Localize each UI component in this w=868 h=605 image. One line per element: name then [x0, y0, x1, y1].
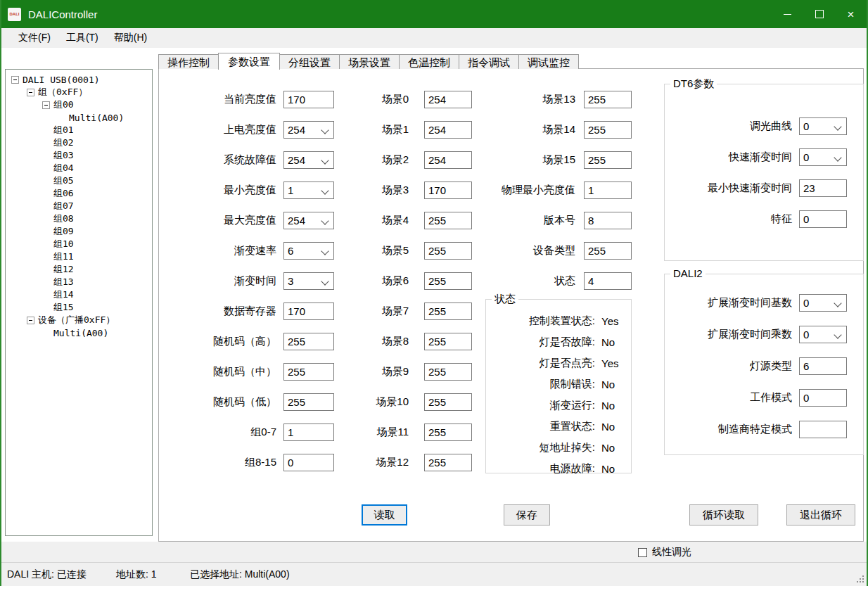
tab-parameter-settings[interactable]: 参数设置 — [218, 53, 280, 70]
tab-debug-monitor[interactable]: 调试监控 — [518, 54, 579, 69]
input-scene-6[interactable] — [424, 272, 472, 290]
combo-dimming-curve[interactable]: 0 — [799, 117, 847, 135]
tree-item[interactable]: 组04 — [6, 162, 152, 174]
tree-item[interactable]: 组11 — [6, 250, 152, 263]
tree-expand-toggle[interactable] — [27, 317, 34, 324]
tree-expand-toggle[interactable] — [42, 101, 50, 109]
tree-item-label: DALI USB(0001) — [23, 75, 100, 85]
input-scene-5[interactable] — [424, 242, 472, 260]
input-version[interactable] — [584, 212, 632, 229]
input-scene-7[interactable] — [424, 302, 472, 320]
loop-read-button[interactable]: 循环读取 — [689, 504, 758, 526]
input-random-high[interactable] — [283, 333, 334, 350]
input-random-mid[interactable] — [283, 363, 334, 381]
combo-fade-time[interactable]: 3 — [283, 272, 334, 290]
tree-item[interactable]: 组06 — [6, 187, 152, 200]
tab-color-temp-control[interactable]: 色温控制 — [399, 54, 459, 69]
minimize-button[interactable] — [772, 0, 803, 28]
field-row-manufacturer-mode: 制造商特定模式 — [665, 421, 863, 438]
combo-ext-fade-multiplier[interactable]: 0 — [799, 326, 847, 343]
chevron-down-icon — [321, 277, 328, 285]
input-scene-8[interactable] — [424, 333, 472, 350]
tree-item[interactable]: 组14 — [6, 288, 152, 301]
tree-item[interactable]: Multi(A00) — [6, 111, 152, 124]
field-label-data-register: 数据寄存器 — [160, 305, 276, 318]
status-rows: 控制装置状态:Yes灯是否故障:No灯是否点亮:Yes限制错误:No渐变运行:N… — [486, 300, 631, 476]
combo-ext-fade-base[interactable]: 0 — [799, 294, 847, 312]
dali2-groupbox: DALI2 扩展渐变时间基数0扩展渐变时间乘数0灯源类型工作模式制造商特定模式 — [664, 274, 864, 455]
input-features[interactable] — [799, 210, 847, 228]
linear-dimming-checkbox[interactable]: 线性调光 — [638, 546, 691, 559]
read-button[interactable]: 读取 — [362, 504, 407, 526]
input-device-type[interactable] — [584, 242, 632, 260]
tree-item[interactable]: 组05 — [6, 174, 152, 187]
exit-loop-button[interactable]: 退出循环 — [786, 504, 855, 526]
input-status-value[interactable] — [584, 272, 632, 290]
tree-item[interactable]: 组（0xFF） — [6, 86, 152, 98]
input-scene-13[interactable] — [584, 91, 632, 108]
status-row-power-failure: 电源故障:No — [486, 461, 631, 476]
menu-item-help[interactable]: 帮助(H) — [106, 28, 155, 48]
menu-item-file[interactable]: 文件(F) — [11, 28, 58, 48]
tree-item[interactable]: DALI USB(0001) — [6, 73, 152, 86]
save-button[interactable]: 保存 — [504, 504, 550, 526]
tree-item[interactable]: 设备（广播0xFF） — [6, 314, 152, 326]
close-button[interactable]: × — [835, 0, 867, 28]
tab-operation-control[interactable]: 操作控制 — [158, 54, 219, 69]
input-min-fast-fade-time[interactable] — [799, 179, 847, 197]
combo-max-level[interactable]: 254 — [283, 212, 334, 229]
field-row-min-level: 最小亮度值1 — [160, 182, 334, 199]
input-scene-2[interactable] — [424, 151, 472, 169]
input-scene-3[interactable] — [424, 182, 472, 199]
field-label-scene-15: 场景15 — [480, 153, 575, 167]
tree-item[interactable]: 组12 — [6, 263, 152, 276]
tab-group-settings[interactable]: 分组设置 — [279, 54, 340, 69]
tree-item[interactable]: 组01 — [6, 124, 152, 136]
tree-item[interactable]: 组03 — [6, 149, 152, 162]
input-data-register[interactable] — [283, 302, 334, 320]
input-current-level[interactable] — [283, 91, 334, 108]
maximize-button[interactable] — [803, 0, 835, 28]
tab-command-debug[interactable]: 指令调试 — [459, 54, 519, 69]
input-scene-0[interactable] — [424, 91, 472, 108]
input-scene-12[interactable] — [424, 454, 472, 471]
input-scene-4[interactable] — [424, 212, 472, 229]
input-scene-1[interactable] — [424, 121, 472, 139]
tree-item[interactable]: 组07 — [6, 200, 152, 212]
input-manufacturer-mode[interactable] — [799, 421, 847, 438]
input-scene-9[interactable] — [424, 363, 472, 381]
input-light-source-type[interactable] — [799, 357, 847, 375]
tree-item[interactable]: 组09 — [6, 225, 152, 238]
input-scene-15[interactable] — [584, 151, 632, 169]
tab-scene-settings[interactable]: 场景设置 — [339, 54, 400, 69]
combo-fast-fade-time[interactable]: 0 — [799, 148, 847, 166]
chevron-down-icon — [321, 156, 328, 164]
tree-item[interactable]: 组10 — [6, 238, 152, 250]
combo-fade-rate[interactable]: 6 — [283, 242, 334, 260]
field-row-scene-5: 场景5 — [338, 242, 472, 260]
input-scene-10[interactable] — [424, 393, 472, 411]
tree-expand-toggle[interactable] — [11, 76, 19, 84]
field-row-status-value: 状态 — [480, 272, 632, 290]
field-row-scene-9: 场景9 — [338, 363, 472, 381]
tree-expand-toggle[interactable] — [27, 89, 34, 96]
combo-min-level[interactable]: 1 — [283, 182, 334, 199]
input-random-low[interactable] — [283, 393, 334, 411]
input-scene-11[interactable] — [424, 424, 472, 441]
tree-item[interactable]: 组15 — [6, 301, 152, 314]
input-group-8-15[interactable] — [283, 454, 334, 471]
tree-item[interactable]: 组02 — [6, 136, 152, 149]
tree-item[interactable]: 组08 — [6, 212, 152, 225]
combo-power-on-level[interactable]: 254 — [283, 121, 334, 139]
combo-system-failure-level[interactable]: 254 — [283, 151, 334, 169]
input-operating-mode[interactable] — [799, 389, 847, 407]
tree-item[interactable]: 组00 — [6, 98, 152, 111]
input-phys-min-level[interactable] — [584, 182, 632, 199]
resize-grip-icon[interactable] — [862, 581, 864, 582]
input-scene-14[interactable] — [584, 121, 632, 139]
field-label-light-source-type: 灯源类型 — [665, 359, 792, 373]
tree-item[interactable]: 组13 — [6, 276, 152, 288]
input-group-0-7[interactable] — [283, 424, 334, 441]
menu-item-tools[interactable]: 工具(T) — [58, 28, 106, 48]
tree-item[interactable]: Multi(A00) — [6, 326, 152, 339]
